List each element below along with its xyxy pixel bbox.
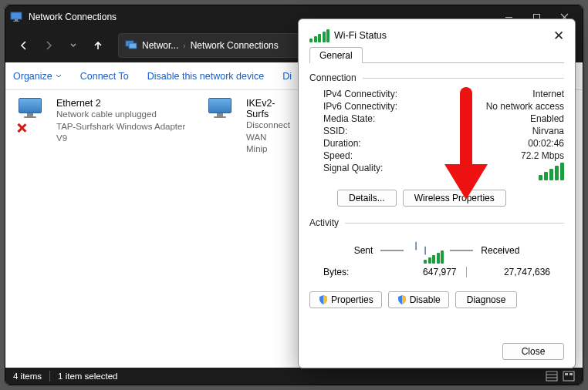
svg-rect-8 bbox=[565, 373, 568, 375]
back-button[interactable] bbox=[13, 33, 35, 58]
svg-rect-5 bbox=[129, 43, 137, 49]
bytes-sent: 647,977 bbox=[377, 267, 461, 277]
signal-bars-icon bbox=[309, 29, 329, 42]
large-icons-view-button[interactable] bbox=[563, 371, 575, 382]
app-icon bbox=[10, 11, 22, 23]
disable-button[interactable]: Disable bbox=[388, 291, 449, 308]
selection-count: 1 item selected bbox=[58, 372, 117, 381]
svg-rect-7 bbox=[563, 372, 574, 381]
status-bar: 4 items 1 item selected bbox=[5, 368, 583, 385]
details-view-button[interactable] bbox=[546, 371, 558, 382]
diagnose-button-truncated[interactable]: Di bbox=[282, 71, 292, 82]
close-dialog-button[interactable]: Close bbox=[502, 343, 564, 360]
location-icon bbox=[125, 40, 137, 51]
svg-rect-0 bbox=[11, 12, 22, 19]
disable-device-button[interactable]: Disable this network device bbox=[147, 71, 264, 82]
dialog-title: Wi-Fi Status bbox=[334, 30, 387, 41]
wireless-properties-button[interactable]: Wireless Properties bbox=[403, 190, 506, 207]
svg-rect-6 bbox=[546, 372, 557, 381]
chevron-down-icon bbox=[56, 74, 62, 79]
item-count: 4 items bbox=[13, 372, 42, 381]
shield-icon bbox=[397, 294, 407, 305]
tab-general[interactable]: General bbox=[309, 47, 363, 63]
up-button[interactable] bbox=[87, 33, 109, 58]
error-x-icon bbox=[16, 123, 27, 133]
breadcrumb-part[interactable]: Networ... bbox=[142, 40, 178, 51]
adapter-icon bbox=[206, 98, 242, 133]
breadcrumb-part[interactable]: Network Connections bbox=[191, 40, 279, 51]
bytes-row: Bytes: 647,977 27,747,636 bbox=[309, 265, 564, 279]
wifi-status-dialog: Wi-Fi Status ✕ General Connection IPv4 C… bbox=[298, 18, 576, 368]
close-button[interactable]: ✕ bbox=[553, 28, 564, 44]
properties-button[interactable]: Properties bbox=[309, 291, 382, 308]
svg-rect-9 bbox=[569, 373, 573, 375]
dialog-titlebar: Wi-Fi Status ✕ bbox=[309, 25, 564, 45]
network-item-ikev2[interactable]: IKEv2-Surfs Disconnect WAN Minip bbox=[201, 95, 286, 159]
network-item-ethernet[interactable]: Ethernet 2 Network cable unplugged TAP-S… bbox=[12, 95, 195, 148]
organize-menu[interactable]: Organize bbox=[13, 71, 62, 82]
history-dropdown-button[interactable] bbox=[63, 33, 84, 58]
signal-bars-icon bbox=[424, 250, 444, 264]
details-button[interactable]: Details... bbox=[337, 190, 397, 207]
section-activity: Activity bbox=[309, 217, 564, 228]
svg-rect-2 bbox=[13, 21, 19, 22]
svg-rect-1 bbox=[15, 19, 18, 21]
connect-to-button[interactable]: Connect To bbox=[80, 71, 129, 82]
forward-button[interactable] bbox=[38, 33, 59, 58]
diagnose-button[interactable]: Diagnose bbox=[455, 291, 518, 308]
tab-strip: General bbox=[309, 47, 564, 63]
chevron-right-icon: › bbox=[183, 42, 185, 50]
section-connection: Connection bbox=[309, 72, 564, 83]
connection-properties: IPv4 Connectivity:Internet IPv6 Connecti… bbox=[309, 88, 564, 183]
bytes-received: 27,747,636 bbox=[471, 267, 551, 277]
signal-quality-icon bbox=[539, 163, 565, 180]
activity-graphic: Sent Received bbox=[309, 239, 564, 262]
adapter-icon bbox=[16, 98, 52, 133]
shield-icon bbox=[318, 294, 329, 305]
